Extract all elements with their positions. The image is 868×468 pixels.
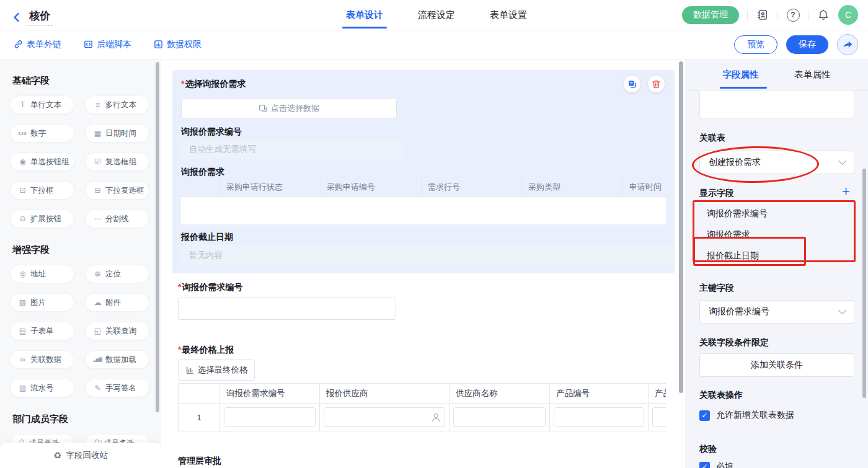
header-cell: 需求行号 bbox=[422, 177, 522, 197]
copy-icon bbox=[627, 79, 637, 89]
backend-script-link[interactable]: 后端脚本 bbox=[84, 39, 131, 50]
row-index: 1 bbox=[178, 404, 220, 431]
page-title[interactable]: 核价 bbox=[27, 9, 53, 26]
sidebar-item-signature[interactable]: ✎手写签名 bbox=[85, 379, 149, 397]
sidebar-item-serial-number[interactable]: ▥流水号 bbox=[10, 379, 74, 397]
data-permission-link[interactable]: 数据权限 bbox=[154, 39, 202, 50]
preview-button[interactable]: 预览 bbox=[734, 35, 777, 54]
supplier-name-cell-input[interactable] bbox=[453, 407, 546, 427]
checkbox-checked-icon[interactable] bbox=[699, 410, 710, 421]
sidebar-item-number[interactable]: 123数字 bbox=[10, 124, 74, 143]
allow-add-related-checkbox[interactable]: 允许新增关联表数据 bbox=[699, 410, 794, 421]
related-table-select[interactable]: 创建报价需求 bbox=[699, 151, 854, 174]
subform-icon: ▤ bbox=[17, 327, 27, 335]
serial-icon: ▥ bbox=[17, 384, 27, 392]
sidebar-item-attachment[interactable]: ☁附件 bbox=[85, 293, 149, 312]
choose-final-price-button[interactable]: 选择最终价格 bbox=[178, 360, 255, 381]
sidebar-item-single-line-text[interactable]: T单行文本 bbox=[10, 95, 74, 114]
pin-icon: ◎ bbox=[17, 270, 27, 278]
panel-scrollbar[interactable] bbox=[862, 169, 866, 398]
recycle-label: 字段回收站 bbox=[66, 450, 108, 461]
pen-icon: ✎ bbox=[92, 384, 102, 392]
sidebar-item-location[interactable]: ⊕定位 bbox=[85, 265, 149, 283]
selected-field-card[interactable]: 选择询报价需求 点击选择数据 询报价需求编号 自动生成无需填写 询报价需求 采购… bbox=[172, 70, 675, 273]
required-checkbox[interactable]: 必填 bbox=[699, 461, 733, 468]
request-number-input[interactable] bbox=[178, 298, 396, 320]
chart-icon: ▂▅▇ bbox=[92, 357, 102, 362]
delete-field-button[interactable] bbox=[648, 76, 665, 92]
share-arrow-icon bbox=[843, 40, 852, 49]
avatar[interactable]: C bbox=[838, 5, 858, 25]
item-label: 复选框组 bbox=[105, 157, 136, 167]
bell-icon[interactable] bbox=[817, 8, 830, 22]
field-recycle-bin[interactable]: ♻ 字段回收站 bbox=[0, 443, 161, 468]
header-cell: 供应商名称 bbox=[450, 384, 550, 404]
sidebar-item-relation-query[interactable]: ◱关联查询 bbox=[85, 322, 149, 340]
primary-key-select[interactable]: 询报价需求编号 bbox=[699, 300, 854, 324]
sidebar-item-datetime[interactable]: ▦日期时间 bbox=[85, 124, 149, 143]
calendar-icon: ▦ bbox=[92, 129, 102, 138]
add-condition-button[interactable]: 添加关联条件 bbox=[699, 353, 854, 377]
request-number-cell-input[interactable] bbox=[224, 407, 316, 427]
auto-number-input[interactable]: 自动生成无需填写 bbox=[181, 139, 404, 159]
select-data-button[interactable]: 点击选择数据 bbox=[181, 98, 397, 118]
header-actions: 数据管理 C bbox=[682, 0, 858, 30]
product-number-cell-input[interactable] bbox=[554, 407, 644, 427]
final-price-row: 1 bbox=[178, 404, 666, 431]
save-button[interactable]: 保存 bbox=[786, 35, 828, 54]
field-label: 最终价格上报 bbox=[178, 345, 234, 356]
checkbox-checked-icon[interactable] bbox=[699, 462, 710, 468]
primary-key-value: 询报价需求编号 bbox=[709, 306, 769, 317]
sidebar-item-multi-line-text[interactable]: ≡多行文本 bbox=[85, 95, 149, 114]
tab-form-properties[interactable]: 表单属性 bbox=[795, 69, 831, 81]
item-label: 下拉框 bbox=[30, 185, 54, 196]
contact-book-icon[interactable] bbox=[756, 8, 769, 22]
sidebar-item-address[interactable]: ◎地址 bbox=[10, 265, 74, 283]
sidebar-item-checkbox-group[interactable]: ☑复选框组 bbox=[85, 152, 149, 171]
sidebar-item-select[interactable]: ⊡下拉框 bbox=[10, 181, 74, 200]
item-label: 子表单 bbox=[30, 326, 54, 337]
header-cell: 产品 bbox=[649, 384, 666, 404]
supplier-cell-input[interactable] bbox=[324, 407, 445, 427]
back-button[interactable]: 核价 bbox=[12, 9, 53, 26]
bar-chart-icon bbox=[185, 366, 194, 374]
link-label: 后端脚本 bbox=[97, 39, 131, 50]
header-cell: 申请时间 bbox=[623, 177, 666, 197]
cell bbox=[320, 404, 450, 431]
trash-icon bbox=[652, 79, 661, 89]
sidebar-item-image[interactable]: ▨图片 bbox=[10, 293, 74, 312]
help-icon[interactable] bbox=[786, 8, 800, 22]
chevron-down-icon bbox=[838, 306, 846, 314]
canvas-scrollbar[interactable] bbox=[679, 61, 683, 393]
sidebar-item-divider[interactable]: ⋯分割线 bbox=[85, 210, 149, 228]
recycle-icon: ♻ bbox=[53, 450, 61, 461]
table-ops-label: 关联表操作 bbox=[699, 390, 743, 401]
product-cell-input[interactable] bbox=[652, 407, 666, 427]
sidebar-item-relation-data[interactable]: ∞关联数据 bbox=[10, 350, 74, 369]
copy-field-button[interactable] bbox=[624, 76, 640, 92]
add-display-field-button[interactable]: + bbox=[842, 185, 850, 198]
related-table-label: 关联表 bbox=[699, 133, 725, 144]
sidebar-item-data-load[interactable]: ▂▅▇数据加载 bbox=[85, 350, 149, 369]
sidebar-item-extend-button[interactable]: ⊖扩展按钮 bbox=[10, 210, 74, 228]
checkbox-label: 必填 bbox=[716, 461, 733, 468]
share-button[interactable] bbox=[837, 34, 858, 55]
tab-flow-setting[interactable]: 流程设定 bbox=[417, 0, 456, 30]
truncated-input[interactable] bbox=[699, 91, 854, 118]
sidebar-item-multi-select[interactable]: ⊟下拉复选框 bbox=[85, 181, 149, 200]
display-field-item[interactable]: 询报价需求 bbox=[707, 229, 750, 241]
sidebar-item-radio-group[interactable]: ◉单选按钮组 bbox=[10, 152, 74, 171]
form-external-link[interactable]: 表单外链 bbox=[14, 39, 61, 50]
sidebar-scrollbar[interactable] bbox=[156, 62, 159, 412]
display-field-item[interactable]: 询报价需求编号 bbox=[707, 208, 768, 219]
data-manage-button[interactable]: 数据管理 bbox=[682, 6, 739, 24]
tab-field-properties[interactable]: 字段属性 bbox=[723, 69, 759, 81]
display-field-item[interactable]: 报价截止日期 bbox=[707, 250, 759, 262]
top-header: 核价 表单设计 流程设定 表单设置 数据管理 C bbox=[0, 0, 868, 30]
tab-form-design[interactable]: 表单设计 bbox=[345, 0, 384, 30]
tab-form-setting[interactable]: 表单设置 bbox=[489, 0, 528, 30]
cell bbox=[220, 404, 320, 431]
checkbox-icon: ☑ bbox=[92, 157, 102, 166]
deadline-field[interactable]: 暂无内容 bbox=[181, 245, 674, 265]
sidebar-item-subform[interactable]: ▤子表单 bbox=[10, 322, 74, 340]
